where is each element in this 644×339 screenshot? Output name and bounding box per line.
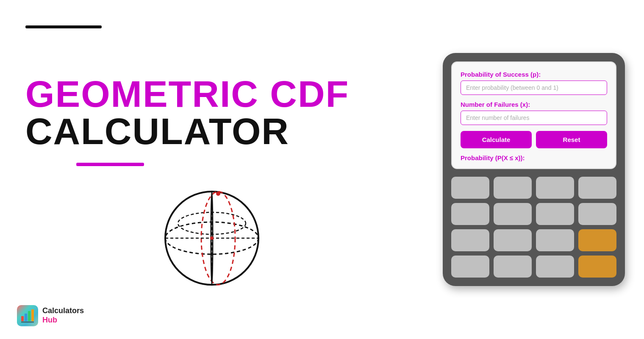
logo-name-line2: Hub bbox=[42, 316, 84, 325]
calc-key-orange-2[interactable] bbox=[578, 256, 616, 278]
title-line1: GEOMETRIC CDF bbox=[25, 75, 398, 113]
svg-rect-9 bbox=[21, 316, 24, 321]
logo-svg bbox=[20, 308, 35, 323]
probability-label: Probability of Success (p): bbox=[461, 71, 607, 78]
failures-label: Number of Failures (x): bbox=[461, 101, 607, 108]
action-buttons: Calculate Reset bbox=[461, 131, 607, 148]
svg-rect-11 bbox=[28, 311, 31, 321]
result-label: Probability (P(X ≤ x)): bbox=[461, 154, 607, 161]
calc-key-12[interactable] bbox=[451, 256, 489, 278]
failures-input[interactable] bbox=[461, 111, 607, 125]
mid-decorative-bar bbox=[76, 163, 144, 166]
logo-text: Calculators Hub bbox=[42, 306, 84, 325]
logo-name-line1: Calculators bbox=[42, 306, 84, 316]
calc-key-8[interactable] bbox=[578, 203, 616, 225]
svg-rect-10 bbox=[25, 314, 27, 321]
calculate-button[interactable]: Calculate bbox=[461, 131, 532, 148]
calc-key-13[interactable] bbox=[494, 256, 532, 278]
logo-icon bbox=[17, 305, 38, 326]
right-section: Probability of Success (p): Number of Fa… bbox=[424, 0, 644, 339]
probability-input[interactable] bbox=[461, 81, 607, 95]
calc-key-14[interactable] bbox=[536, 256, 574, 278]
svg-rect-12 bbox=[31, 309, 34, 321]
left-section: GEOMETRIC CDF CALCULATOR bbox=[0, 0, 424, 339]
calc-key-9[interactable] bbox=[451, 229, 489, 251]
top-decorative-bar bbox=[25, 25, 102, 28]
calc-key-2[interactable] bbox=[494, 177, 532, 199]
calc-key-1[interactable] bbox=[451, 177, 489, 199]
globe-container bbox=[25, 179, 398, 297]
calc-key-orange-1[interactable] bbox=[578, 229, 616, 251]
logo-container: Calculators Hub bbox=[17, 305, 84, 326]
title-line2: CALCULATOR bbox=[25, 113, 398, 150]
calc-key-6[interactable] bbox=[494, 203, 532, 225]
calc-key-7[interactable] bbox=[536, 203, 574, 225]
calc-key-4[interactable] bbox=[578, 177, 616, 199]
title-container: GEOMETRIC CDF CALCULATOR bbox=[25, 75, 398, 150]
calc-key-5[interactable] bbox=[451, 203, 489, 225]
calc-key-10[interactable] bbox=[494, 229, 532, 251]
reset-button[interactable]: Reset bbox=[536, 131, 607, 148]
calculator-keypad bbox=[451, 177, 616, 278]
svg-point-7 bbox=[216, 192, 220, 196]
calculator-screen: Probability of Success (p): Number of Fa… bbox=[451, 61, 616, 169]
calculator: Probability of Success (p): Number of Fa… bbox=[443, 53, 625, 286]
globe-icon bbox=[153, 179, 271, 297]
calc-key-3[interactable] bbox=[536, 177, 574, 199]
calc-key-11[interactable] bbox=[536, 229, 574, 251]
svg-point-8 bbox=[210, 236, 214, 240]
